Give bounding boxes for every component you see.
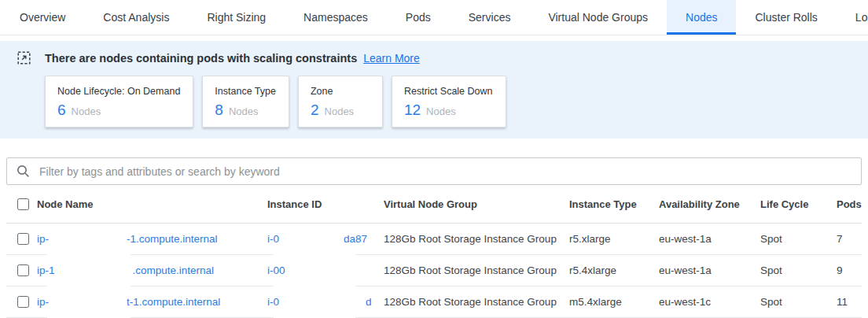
tab-overview[interactable]: Overview bbox=[1, 0, 84, 35]
virtual-node-group-cell: 128Gb Root Storage Instance Group bbox=[384, 296, 569, 308]
availability-zone-cell: eu-west-1c bbox=[659, 296, 760, 308]
card-title: Zone bbox=[311, 86, 370, 97]
learn-more-link[interactable]: Learn More bbox=[363, 52, 420, 65]
scale-out-icon bbox=[17, 51, 31, 65]
tab-cost-analysis[interactable]: Cost Analysis bbox=[84, 0, 188, 35]
availability-zone-cell: eu-west-1a bbox=[659, 233, 760, 245]
column-header-life-cycle: Life Cycle bbox=[760, 198, 837, 210]
tab-services[interactable]: Services bbox=[450, 0, 530, 35]
pods-cell: 9 bbox=[837, 264, 862, 276]
nodes-table: Node Name Instance ID Virtual Node Group… bbox=[6, 185, 862, 318]
scaling-constraints-banner: There are nodes containing pods with sca… bbox=[0, 41, 868, 139]
node-name-link[interactable]: ip--1.compute.internal bbox=[37, 233, 218, 245]
constraint-card-restrict-scale-down[interactable]: Restrict Scale Down 12 Nodes bbox=[392, 76, 506, 128]
column-header-node-name: Node Name bbox=[37, 198, 267, 210]
table-row: ip--1.compute.internal i-0da87 128Gb Roo… bbox=[6, 224, 862, 255]
table-header-row: Node Name Instance ID Virtual Node Group… bbox=[6, 185, 862, 224]
card-unit: Nodes bbox=[325, 105, 355, 117]
card-title: Node Lifecycle: On Demand bbox=[57, 86, 180, 97]
card-unit: Nodes bbox=[229, 105, 259, 117]
row-checkbox[interactable] bbox=[17, 296, 29, 308]
tab-log[interactable]: Log bbox=[837, 0, 868, 35]
tab-bar: Overview Cost Analysis Right Sizing Name… bbox=[0, 0, 868, 35]
node-name-link[interactable]: ip-1.compute.internal bbox=[37, 264, 214, 276]
instance-id-link[interactable]: i-00 bbox=[267, 264, 285, 276]
row-checkbox[interactable] bbox=[17, 264, 29, 276]
node-name-link[interactable]: ip-t-1.compute.internal bbox=[37, 296, 220, 308]
card-count: 8 bbox=[215, 102, 223, 119]
life-cycle-cell: Spot bbox=[760, 264, 837, 276]
instance-type-cell: r5.4xlarge bbox=[569, 264, 659, 276]
tab-right-sizing[interactable]: Right Sizing bbox=[188, 0, 285, 35]
tab-virtual-node-groups[interactable]: Virtual Node Groups bbox=[529, 0, 667, 35]
column-header-instance-id: Instance ID bbox=[267, 198, 384, 210]
column-header-pods: Pods bbox=[837, 198, 862, 210]
constraint-card-instance-type[interactable]: Instance Type 8 Nodes bbox=[202, 76, 289, 128]
search-input[interactable] bbox=[38, 165, 851, 179]
select-all-checkbox[interactable] bbox=[17, 198, 29, 210]
filter-bar bbox=[6, 157, 862, 185]
card-count: 2 bbox=[311, 102, 319, 119]
card-title: Restrict Scale Down bbox=[404, 86, 493, 97]
availability-zone-cell: eu-west-1a bbox=[659, 264, 760, 276]
tab-nodes[interactable]: Nodes bbox=[667, 0, 736, 35]
column-header-virtual-node-group: Virtual Node Group bbox=[384, 198, 569, 210]
tab-cluster-rolls[interactable]: Cluster Rolls bbox=[736, 0, 836, 35]
card-unit: Nodes bbox=[426, 105, 456, 117]
life-cycle-cell: Spot bbox=[760, 233, 837, 245]
tab-namespaces[interactable]: Namespaces bbox=[285, 0, 387, 35]
constraint-card-node-lifecycle[interactable]: Node Lifecycle: On Demand 6 Nodes bbox=[45, 76, 193, 128]
pods-cell: 11 bbox=[837, 296, 862, 308]
life-cycle-cell: Spot bbox=[760, 296, 837, 308]
row-checkbox[interactable] bbox=[17, 233, 29, 245]
banner-message-row: There are nodes containing pods with sca… bbox=[17, 51, 851, 65]
card-unit: Nodes bbox=[72, 105, 101, 117]
card-count: 6 bbox=[57, 102, 66, 119]
instance-type-cell: m5.4xlarge bbox=[569, 296, 659, 308]
virtual-node-group-cell: 128Gb Root Storage Instance Group bbox=[384, 264, 569, 276]
banner-message: There are nodes containing pods with sca… bbox=[45, 52, 357, 65]
table-row: ip-t-1.compute.internal i-0d 128Gb Root … bbox=[6, 287, 862, 318]
constraint-cards: Node Lifecycle: On Demand 6 Nodes Instan… bbox=[45, 76, 851, 128]
nodes-page: Overview Cost Analysis Right Sizing Name… bbox=[0, 0, 868, 318]
column-header-instance-type: Instance Type bbox=[569, 198, 659, 210]
table-row: ip-1.compute.internal i-00 128Gb Root St… bbox=[6, 255, 862, 287]
virtual-node-group-cell: 128Gb Root Storage Instance Group bbox=[384, 233, 569, 245]
tab-pods[interactable]: Pods bbox=[387, 0, 450, 35]
instance-type-cell: r5.xlarge bbox=[569, 233, 659, 245]
card-count: 12 bbox=[404, 102, 421, 119]
card-title: Instance Type bbox=[215, 86, 276, 97]
instance-id-link[interactable]: i-0d bbox=[267, 296, 372, 308]
pods-cell: 7 bbox=[837, 233, 862, 245]
search-icon bbox=[17, 165, 30, 178]
constraint-card-zone[interactable]: Zone 2 Nodes bbox=[298, 76, 383, 128]
instance-id-link[interactable]: i-0da87 bbox=[267, 233, 367, 245]
column-header-availability-zone: Availability Zone bbox=[659, 198, 760, 210]
